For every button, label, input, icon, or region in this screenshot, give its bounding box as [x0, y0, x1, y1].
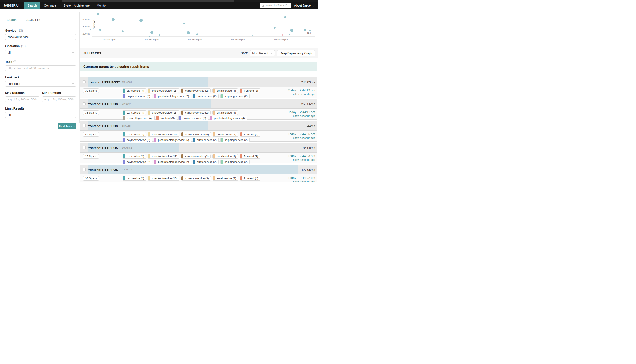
- sort-select[interactable]: Most Recent: [250, 50, 275, 56]
- find-traces-button[interactable]: Find Traces: [58, 123, 76, 129]
- service-color-swatch: [221, 182, 223, 182]
- service-color-swatch: [123, 132, 125, 136]
- service-tag-label: currencyservice (2): [183, 154, 210, 158]
- sort-select-value: Most Recent: [252, 52, 268, 55]
- chevron-down-icon: [73, 115, 75, 116]
- service-tag-label: cartservice (4): [125, 176, 146, 180]
- trace-result-card: frontend: HTTP POST 5ff7165 244ms 44 Spa…: [80, 121, 317, 142]
- trace-lookup-box[interactable]: [260, 3, 291, 8]
- scatter-point[interactable]: [90, 29, 91, 30]
- trace-select-checkbox[interactable]: [83, 146, 86, 149]
- service-select[interactable]: checkoutservice: [5, 34, 76, 40]
- trace-header-link[interactable]: frontend: HTTP POST e08ebe1 243.89ms: [80, 77, 317, 87]
- scatter-point[interactable]: [309, 30, 311, 31]
- scatter-point[interactable]: [150, 31, 153, 34]
- trace-title: frontend: HTTP POST ea06c2d: [88, 165, 132, 174]
- scatter-point[interactable]: [289, 34, 290, 36]
- tab-json-file[interactable]: JSON File: [26, 18, 40, 24]
- help-icon[interactable]: ?: [14, 60, 17, 63]
- x-axis-tick: [195, 35, 195, 36]
- scatter-point[interactable]: [183, 23, 185, 24]
- span-count-chip: 44 Spans: [83, 132, 99, 137]
- scatter-point[interactable]: [290, 29, 293, 32]
- operation-select-value: all: [8, 51, 11, 54]
- service-color-swatch: [123, 138, 125, 142]
- service-color-swatch: [123, 182, 125, 182]
- scatter-point[interactable]: [187, 31, 190, 34]
- service-tag-label: paymentservice (2): [125, 138, 152, 142]
- service-color-swatch: [221, 94, 223, 98]
- service-tag-currencyservice: currencyservice (2): [181, 154, 211, 158]
- nav-item-monitor[interactable]: Monitor: [93, 2, 110, 9]
- service-tag-label: checkoutservice (11): [150, 89, 179, 93]
- scatter-point[interactable]: [149, 36, 150, 37]
- tab-search[interactable]: Search: [7, 18, 17, 24]
- x-axis-tick: [238, 35, 238, 36]
- service-color-swatch: [193, 160, 195, 164]
- service-tag-frontend: frontend (3): [156, 116, 177, 120]
- about-jaeger-menu[interactable]: About Jaeger: [294, 4, 314, 7]
- service-tag-label: paymentservice (2): [125, 182, 152, 182]
- service-tag-label: frontend (3): [242, 89, 260, 93]
- service-color-swatch: [213, 176, 215, 180]
- trace-select-checkbox[interactable]: [83, 168, 86, 171]
- scatter-point[interactable]: [112, 18, 115, 21]
- x-axis-tick: [281, 35, 281, 36]
- deep-dependency-graph-button[interactable]: Deep Dependency Graph: [277, 50, 315, 56]
- trace-body: 32 Spans cartservice (4)checkoutservice …: [80, 152, 317, 163]
- service-tag-checkoutservice: checkoutservice (13): [148, 176, 179, 180]
- tags-input[interactable]: [8, 66, 74, 70]
- scatter-point[interactable]: [99, 29, 101, 31]
- service-color-swatch: [148, 89, 150, 93]
- number-stepper[interactable]: [73, 114, 74, 116]
- trace-relative-time: a few seconds ago: [288, 136, 315, 140]
- service-label: Service(13): [5, 29, 76, 32]
- scatter-point[interactable]: [97, 13, 99, 15]
- jaeger-logo[interactable]: JAEGER UI: [0, 2, 24, 9]
- trace-select-checkbox[interactable]: [83, 80, 86, 84]
- scatter-point[interactable]: [159, 34, 160, 36]
- service-tag-label: emailservice (4): [215, 154, 238, 158]
- service-tag-label: checkoutservice (15): [150, 132, 179, 136]
- lookback-select[interactable]: Last Hour: [5, 81, 76, 86]
- service-tag-label: quoteservice (2): [195, 160, 218, 164]
- scatter-point[interactable]: [284, 16, 286, 18]
- trace-lookup-input[interactable]: [265, 4, 289, 7]
- trace-header-link[interactable]: frontend: HTTP POST ea06c2d 427.05ms: [80, 165, 317, 174]
- trace-select-checkbox[interactable]: [83, 124, 86, 127]
- limit-results-input[interactable]: [8, 113, 74, 117]
- trace-header-link[interactable]: frontend: HTTP POST 9f4cbe4 250.56ms: [80, 99, 317, 109]
- service-tag-productcatalogservice: productcatalogservice (2): [154, 160, 191, 164]
- operation-select[interactable]: all: [5, 50, 76, 56]
- service-tag-label: checkoutservice (13): [150, 176, 179, 180]
- service-tag-label: paymentservice (2): [125, 94, 152, 98]
- service-tag-label: productcatalogservice (6): [156, 138, 191, 142]
- service-tag-label: frontend (5): [242, 132, 260, 136]
- trace-header-link[interactable]: frontend: HTTP POST 5ff7165 244ms: [80, 121, 317, 130]
- service-tag-checkoutservice: checkoutservice (11): [148, 88, 179, 93]
- scatter-point[interactable]: [139, 19, 143, 22]
- scatter-point[interactable]: [196, 34, 198, 36]
- scatter-point[interactable]: [304, 29, 306, 31]
- min-duration-wrap: [42, 96, 76, 102]
- service-tag-label: productcatalogservice (4): [212, 116, 247, 120]
- max-duration-input[interactable]: [8, 98, 37, 101]
- service-color-swatch: [148, 132, 150, 136]
- nav-item-compare[interactable]: Compare: [41, 2, 60, 9]
- trace-select-checkbox[interactable]: [83, 102, 86, 105]
- scatter-point[interactable]: [122, 30, 124, 32]
- service-tag-list: cartservice (4)checkoutservice (11)curre…: [123, 154, 268, 164]
- min-duration-input[interactable]: [45, 98, 74, 101]
- nav-item-system-architecture[interactable]: System Architecture: [60, 2, 93, 9]
- trace-timestamp: Today | 2:44:03 pm a few seconds ago: [288, 154, 315, 161]
- service-tag-shippingservice: shippingservice (2): [220, 138, 250, 142]
- scatter-point[interactable]: [273, 27, 276, 29]
- nav-item-search[interactable]: Search: [24, 2, 40, 9]
- trace-header-link[interactable]: frontend: HTTP POST 5ead4c2 186.08ms: [80, 143, 317, 152]
- scatter-point[interactable]: [252, 35, 253, 36]
- x-tick-label: 02:43:00 pm: [145, 38, 159, 41]
- service-tag-checkoutservice: checkoutservice (11): [148, 154, 179, 158]
- service-tag-shippingservice: shippingservice (2): [220, 182, 250, 182]
- trace-time: 2:44:03 pm: [300, 154, 315, 158]
- timestamp-divider: |: [298, 110, 298, 114]
